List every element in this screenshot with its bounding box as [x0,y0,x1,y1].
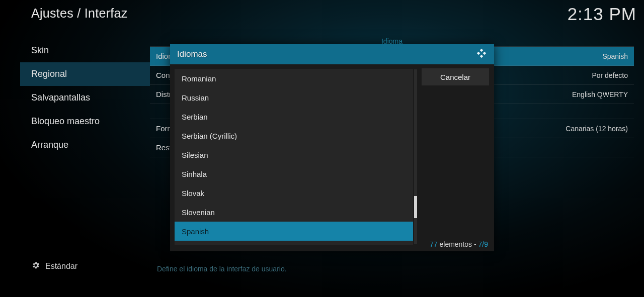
dialog-footer: 77 elementos - 7/9 [430,240,488,248]
language-list[interactable]: Romanian Russian Serbian Serbian (Cyrill… [174,68,414,245]
kodi-logo-icon [476,48,487,61]
sidebar: Skin Regional Salvapantallas Bloqueo mae… [20,39,150,157]
language-option[interactable]: Silesian [175,145,413,164]
item-count-label-text: elementos [439,240,472,248]
sidebar-item-startup[interactable]: Arranque [20,133,150,157]
sidebar-item-skin[interactable]: Skin [20,39,150,62]
gear-icon [31,261,40,272]
item-count: 77 [430,240,438,248]
language-option[interactable]: Serbian [175,107,413,126]
language-option[interactable]: Sinhala [175,164,413,183]
language-dialog: Idiomas Romanian Russian Serbian Serbian… [170,44,494,251]
settings-level[interactable]: Estándar [31,261,77,272]
sidebar-item-masterlock[interactable]: Bloqueo maestro [20,110,150,133]
cancel-button[interactable]: Cancelar [422,68,489,85]
breadcrumb: Ajustes / Interfaz [31,6,128,21]
sidebar-item-screensaver[interactable]: Salvapantallas [20,86,150,110]
setting-value: Por defecto [592,71,628,79]
clock: 2:13 PM [568,4,636,24]
setting-value: Spanish [602,52,628,60]
sidebar-item-regional[interactable]: Regional [20,62,150,86]
page-indicator: 7/9 [478,240,488,248]
language-option[interactable]: Russian [175,88,413,107]
help-text: Define el idioma de la interfaz de usuar… [157,265,287,273]
language-option[interactable]: Romanian [175,69,413,88]
dialog-title: Idiomas [177,49,207,59]
language-option[interactable]: Slovak [175,183,413,203]
settings-level-label: Estándar [45,262,77,271]
language-option[interactable]: Slovenian [175,203,413,222]
scrollbar-thumb[interactable] [414,196,417,218]
language-option-selected[interactable]: Spanish [175,222,413,241]
dash: - [474,240,478,248]
setting-value: Canarias (12 horas) [566,125,628,133]
language-option[interactable]: Serbian (Cyrillic) [175,126,413,145]
dialog-header: Idiomas [170,44,494,64]
setting-value: English QWERTY [572,90,628,98]
